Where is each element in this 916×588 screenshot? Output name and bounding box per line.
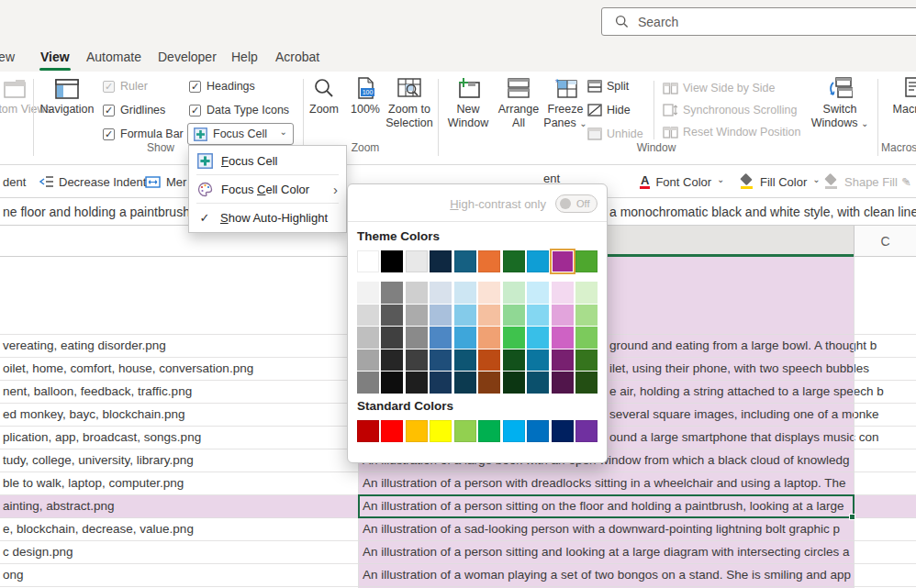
search-input[interactable]: Search [601,7,916,36]
color-swatch[interactable] [503,282,525,304]
color-swatch[interactable] [527,250,549,272]
font-color-button[interactable]: A Font Color ⌄ [640,165,724,198]
ruler-checkbox[interactable]: ✓Ruler [103,79,148,94]
color-swatch[interactable] [552,327,574,349]
color-swatch[interactable] [357,372,379,394]
color-swatch[interactable] [430,349,452,372]
color-swatch[interactable] [575,349,598,372]
color-swatch[interactable] [552,282,574,304]
color-swatch[interactable] [454,282,476,304]
reset-window-position-button[interactable]: Reset Window Position [663,123,801,141]
color-swatch[interactable] [527,305,549,327]
shape-outline-button-clipped[interactable]: ✎ S [901,165,916,198]
color-swatch[interactable] [478,420,500,442]
menu-item-show-auto-highlight[interactable]: ✓ Show Auto-Highlight [189,205,346,230]
color-swatch[interactable] [503,250,525,272]
color-swatch[interactable] [406,327,428,349]
decrease-indent-button[interactable]: Decrease Indent [39,165,146,198]
high-contrast-toggle[interactable]: Off [555,194,598,213]
color-swatch[interactable] [527,372,549,394]
color-swatch[interactable] [575,282,598,304]
color-swatch[interactable] [406,250,428,272]
table-row[interactable]: c design.pngAn illustration of a person … [0,541,916,564]
color-swatch[interactable] [552,420,574,442]
color-swatch[interactable] [430,420,452,442]
color-swatch[interactable] [357,282,379,304]
clipped-indent-label[interactable]: dent [3,165,26,198]
color-swatch[interactable] [527,420,549,442]
color-swatch[interactable] [575,327,598,349]
color-swatch[interactable] [406,282,428,304]
color-swatch[interactable] [381,420,403,442]
arrange-all-button[interactable]: Arrange All [494,75,543,130]
menu-item-focus-cell[interactable]: Focus Cell [189,148,346,173]
color-swatch[interactable] [478,349,500,372]
color-swatch[interactable] [454,250,476,272]
color-swatch[interactable] [357,327,379,349]
formula-bar-checkbox[interactable]: ✓Formula Bar [103,127,184,141]
color-swatch[interactable] [478,250,500,272]
view-side-by-side-button[interactable]: View Side by Side [663,79,776,97]
headings-checkbox[interactable]: ✓Headings [189,79,255,94]
color-swatch[interactable] [430,282,452,304]
color-swatch[interactable] [575,305,598,327]
color-swatch[interactable] [406,349,428,372]
color-swatch[interactable] [430,305,452,327]
color-swatch[interactable] [503,372,525,394]
zoom-100-button[interactable]: 100 100% [346,75,385,116]
split-button[interactable]: Split [587,77,629,95]
color-swatch[interactable] [406,372,428,394]
tab-view[interactable]: View [39,42,72,72]
table-row[interactable]: ongAn illustration of a woman playing a … [0,564,916,587]
switch-windows-button[interactable]: Switch Windows ⌄ [808,75,872,130]
zoom-button[interactable]: Zoom [303,75,345,116]
column-c-header[interactable]: C [854,226,916,257]
color-swatch[interactable] [478,305,500,327]
color-swatch[interactable] [381,372,403,394]
table-row[interactable]: ble to walk, laptop, computer.pngAn illu… [0,472,916,495]
color-swatch[interactable] [503,327,525,349]
color-swatch[interactable] [478,327,500,349]
color-swatch[interactable] [454,305,476,327]
color-swatch[interactable] [430,250,452,272]
color-swatch[interactable] [478,282,500,304]
color-swatch[interactable] [454,372,476,394]
color-swatch[interactable] [381,305,403,327]
color-swatch[interactable] [357,349,379,372]
color-swatch[interactable] [478,372,500,394]
tab-review-clipped[interactable]: view [0,42,17,72]
fill-color-button[interactable]: Fill Color ⌄ [740,165,821,198]
table-row[interactable]: e, blockchain, decrease, value.pngAn ill… [0,518,916,541]
hide-button[interactable]: Hide [587,101,631,119]
color-swatch[interactable] [575,420,598,442]
zoom-to-selection-button[interactable]: Zoom to Selection [384,75,435,130]
color-swatch[interactable] [454,349,476,372]
color-swatch[interactable] [406,305,428,327]
color-swatch[interactable] [552,250,574,272]
color-swatch[interactable] [357,420,379,442]
tab-automate[interactable]: Automate [84,42,143,72]
color-swatch[interactable] [503,349,525,372]
menu-item-focus-cell-color[interactable]: Focus Cell Color › [189,176,346,202]
freeze-panes-button[interactable]: * Freeze Panes ⌄ [543,75,587,130]
new-window-button[interactable]: New Window [442,75,494,130]
gridlines-checkbox[interactable]: ✓Gridlines [103,103,165,117]
color-swatch[interactable] [527,349,549,372]
color-swatch[interactable] [454,420,476,442]
color-swatch[interactable] [430,372,452,394]
color-swatch[interactable] [503,305,525,327]
fill-handle[interactable] [849,514,855,520]
macros-button[interactable]: Macros ⌄ [885,75,916,116]
tab-help[interactable]: Help [229,42,260,72]
synchronous-scrolling-button[interactable]: Synchronous Scrolling [663,101,797,119]
merge-button[interactable]: Mer [145,165,186,198]
color-swatch[interactable] [381,282,403,304]
color-swatch[interactable] [357,305,379,327]
color-swatch[interactable] [527,282,549,304]
color-swatch[interactable] [381,349,403,372]
color-swatch[interactable] [357,250,379,272]
color-swatch[interactable] [575,372,598,394]
color-swatch[interactable] [430,327,452,349]
color-swatch[interactable] [381,327,403,349]
color-swatch[interactable] [575,250,598,272]
